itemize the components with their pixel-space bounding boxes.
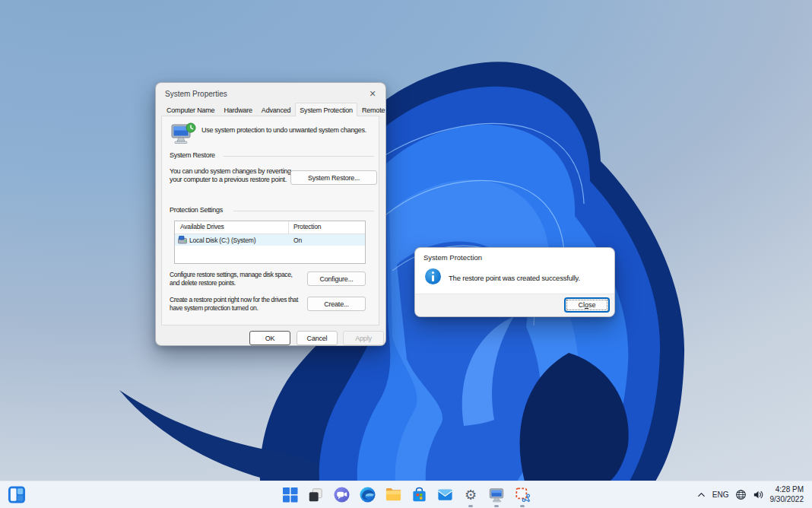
settings-button[interactable]: ⚙	[462, 486, 480, 504]
apply-button: Apply	[343, 331, 384, 345]
gear-icon: ⚙	[465, 488, 477, 502]
create-button[interactable]: Create...	[307, 297, 366, 311]
column-available-drives: Available Drives	[175, 221, 289, 233]
dialog-title: System Protection	[423, 253, 482, 262]
store-button[interactable]	[410, 486, 428, 504]
system-restore-button[interactable]: System Restore...	[290, 170, 377, 185]
speaker-icon[interactable]	[753, 489, 764, 500]
clock-time: 4:28 PM	[770, 485, 804, 495]
bloom-flower-graphic	[0, 0, 812, 481]
tab-description: Use system protection to undo unwanted s…	[201, 126, 366, 134]
clock-date: 9/30/2022	[770, 495, 804, 505]
system-restore-desc-line1: You can undo system changes by reverting	[170, 167, 291, 175]
taskbar: ⚙ ENG	[0, 481, 812, 508]
system-protection-message-dialog: System Protection The restore point was …	[414, 247, 615, 317]
disk-drive-icon	[178, 236, 187, 244]
widgets-button[interactable]	[8, 485, 26, 503]
configure-desc-line2: and delete restore points.	[170, 279, 236, 287]
tab-hardware[interactable]: Hardware	[219, 104, 256, 116]
close-icon[interactable]: ✕	[366, 87, 379, 100]
file-explorer-button[interactable]	[384, 486, 402, 504]
running-indicator	[468, 505, 473, 507]
chevron-up-icon[interactable]	[696, 490, 706, 500]
group-system-restore-label: System Restore	[170, 151, 215, 159]
window-title: System Properties	[165, 90, 227, 98]
system-properties-window: System Properties ✕ Computer Name Hardwa…	[155, 82, 386, 346]
start-button[interactable]	[281, 486, 299, 504]
cancel-button[interactable]: Cancel	[297, 331, 338, 345]
group-protection-settings-label: Protection Settings	[170, 206, 223, 214]
table-header: Available Drives Protection	[175, 221, 365, 234]
tab-computer-name[interactable]: Computer Name	[162, 104, 219, 116]
windows-start-icon	[282, 487, 298, 503]
group-divider	[223, 156, 374, 157]
system-protection-tab-page: Use system protection to undo unwanted s…	[161, 116, 379, 325]
create-desc-line1: Create a restore point right now for the…	[170, 296, 298, 303]
globe-icon[interactable]	[735, 489, 747, 500]
configure-button[interactable]: Configure...	[307, 271, 366, 286]
tab-strip: Computer Name Hardware Advanced System P…	[162, 103, 389, 116]
column-protection: Protection	[289, 221, 365, 233]
chat-button[interactable]	[332, 486, 350, 504]
running-indicator	[520, 505, 525, 507]
tab-remote[interactable]: Remote	[357, 104, 389, 116]
dialog-footer: Close	[415, 294, 614, 316]
ok-button[interactable]: OK	[249, 331, 290, 345]
group-divider	[233, 211, 374, 211]
system-protection-icon	[170, 122, 198, 145]
store-icon	[411, 486, 428, 503]
task-view-icon	[307, 487, 324, 503]
system-tray: ENG 4:28 PM 9/30/2022	[696, 481, 808, 508]
snipping-tool-button[interactable]	[513, 486, 531, 504]
system-monitor-icon	[488, 486, 506, 503]
close-button[interactable]: Close	[564, 297, 610, 313]
drive-name: Local Disk (C:) (System)	[189, 237, 255, 244]
task-view-button[interactable]	[306, 486, 325, 504]
drive-protection-status: On	[289, 237, 365, 244]
available-drives-table: Available Drives Protection Local Disk (…	[174, 221, 366, 264]
info-icon	[425, 268, 441, 284]
dialog-message: The restore point was created successful…	[449, 274, 580, 282]
taskbar-pinned-icons: ⚙	[281, 481, 531, 508]
mail-icon	[436, 486, 454, 503]
tab-advanced[interactable]: Advanced	[257, 104, 295, 116]
running-indicator	[494, 505, 499, 507]
edge-icon	[359, 486, 376, 503]
tab-system-protection[interactable]: System Protection	[295, 103, 357, 116]
snipping-tool-icon	[514, 486, 531, 503]
mail-button[interactable]	[436, 486, 454, 504]
language-indicator[interactable]: ENG	[712, 491, 729, 499]
table-row[interactable]: Local Disk (C:) (System) On	[175, 234, 365, 246]
taskbar-clock[interactable]: 4:28 PM 9/30/2022	[770, 485, 809, 504]
file-explorer-icon	[385, 486, 402, 503]
chat-icon	[333, 486, 350, 503]
edge-button[interactable]	[358, 486, 376, 504]
desktop-wallpaper	[0, 0, 812, 481]
configure-desc-line1: Configure restore settings, manage disk …	[170, 271, 293, 278]
system-restore-desc-line2: your computer to a previous restore poin…	[170, 176, 287, 183]
create-desc-line2: have system protection turned on.	[170, 304, 259, 312]
system-properties-taskbar-button[interactable]	[487, 486, 506, 504]
widgets-icon	[8, 485, 26, 504]
